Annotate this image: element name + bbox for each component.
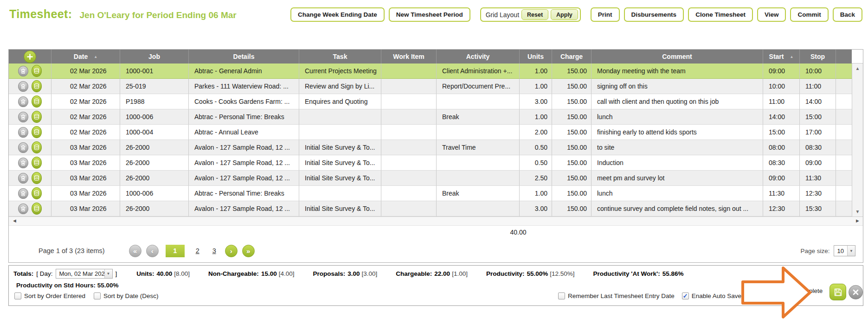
delete-row-icon[interactable] (18, 188, 28, 199)
page-title: Timesheet:Jen O'Leary for Period Ending … (9, 7, 237, 21)
column-header-activity[interactable]: Activity (437, 50, 520, 64)
next-page-button[interactable]: › (225, 245, 238, 257)
coins-icon[interactable] (32, 65, 42, 77)
column-header-task[interactable]: Task (299, 50, 381, 64)
delete-row-icon[interactable] (18, 203, 28, 214)
delete-row-icon[interactable] (18, 173, 28, 184)
cell-stop: 11:30 (800, 171, 836, 186)
column-header-charge[interactable]: Charge (552, 50, 592, 64)
delete-row-icon[interactable] (18, 158, 28, 168)
segment-label: Productivity 'At Work': (593, 270, 660, 277)
table-row[interactable]: 03 Mar 202626-2000Avalon - 127 Sample Ro… (9, 155, 852, 171)
day-select[interactable]: Mon, 02 Mar 2026 ▼ (56, 269, 113, 279)
back-button[interactable]: Back (833, 7, 862, 22)
segment-value: 55.00% (527, 270, 548, 277)
close-button[interactable] (849, 285, 863, 299)
coins-icon[interactable] (32, 80, 42, 92)
delete-row-icon[interactable] (18, 142, 28, 153)
add-entry-icon[interactable] (24, 51, 36, 63)
page-button-2[interactable]: 2 (192, 247, 204, 254)
delete-row-icon[interactable] (18, 112, 28, 122)
vscroll-track[interactable]: ▲ ▼ (852, 64, 863, 216)
coins-icon[interactable] (32, 157, 42, 169)
column-header-date[interactable]: Date▲ (51, 50, 120, 64)
checkbox-checked-icon[interactable]: ✓ (682, 292, 689, 299)
save-timesheet-button[interactable] (829, 284, 846, 300)
checkbox-icon[interactable] (558, 292, 565, 299)
page-button-1[interactable]: 1 (166, 245, 185, 257)
column-header-details[interactable]: Details (189, 50, 299, 64)
cell-filler (836, 186, 852, 201)
column-header-job[interactable]: Job (120, 50, 189, 64)
grid-body: 02 Mar 20261000-001Abtrac - General Admi… (9, 64, 852, 216)
coins-icon[interactable] (32, 172, 42, 184)
column-header-stop[interactable]: Stop (800, 50, 836, 64)
cell-details: Parkes - 111 Waterview Road: ... (189, 79, 299, 94)
cell-work-item (381, 125, 437, 140)
change-week-ending-date-button[interactable]: Change Week Ending Date (290, 7, 385, 22)
grid-layout-apply-button[interactable]: Apply (551, 9, 578, 20)
table-row[interactable]: 02 Mar 2026P1988Cooks - Cooks Gardens Fa… (9, 94, 852, 109)
view-button[interactable]: View (757, 7, 786, 22)
grid-layout-reset-button[interactable]: Reset (521, 9, 548, 20)
row-actions-cell (9, 79, 51, 94)
scroll-down-icon[interactable]: ▼ (852, 209, 863, 214)
commit-button[interactable]: Commit (790, 7, 828, 22)
horizontal-scrollbar[interactable]: ◄ ► (9, 216, 863, 226)
column-header-start[interactable]: Start▲ (763, 50, 800, 64)
coins-icon[interactable] (32, 141, 42, 153)
prev-page-button[interactable]: ‹ (146, 245, 159, 257)
trash-glyph (20, 129, 26, 135)
cell-comment: to site (592, 140, 763, 155)
std-hours-label: Productivity on Std Hours: (16, 282, 96, 289)
table-row[interactable]: 02 Mar 20261000-001Abtrac - General Admi… (9, 64, 852, 79)
page-size-select[interactable]: 10 ▼ (834, 245, 855, 256)
cell-filler (836, 94, 852, 109)
column-header-comment[interactable]: Comment (592, 50, 763, 64)
checkbox-icon[interactable] (14, 292, 21, 299)
coins-icon[interactable] (32, 111, 42, 123)
delete-row-icon[interactable] (18, 81, 28, 92)
scroll-left-icon[interactable]: ◄ (12, 218, 17, 223)
sort-by-date-option[interactable]: Sort by Date (Desc) (94, 292, 159, 299)
page-button-3[interactable]: 3 (208, 247, 220, 254)
print-button[interactable]: Print (591, 7, 620, 22)
delete-row-icon[interactable] (18, 66, 28, 76)
coins-icon[interactable] (32, 126, 42, 138)
sort-by-order-option[interactable]: Sort by Order Entered (14, 292, 85, 299)
table-row[interactable]: 02 Mar 20261000-004Abtrac - Annual Leave… (9, 125, 852, 140)
clone-timesheet-button[interactable]: Clone Timesheet (688, 7, 753, 22)
new-timesheet-period-button[interactable]: New Timesheet Period (389, 7, 470, 22)
table-row[interactable]: 03 Mar 202626-2000Avalon - 127 Sample Ro… (9, 140, 852, 155)
table-row[interactable]: 03 Mar 20261000-006Abtrac - Personal Tim… (9, 186, 852, 201)
disbursements-button[interactable]: Disbursements (624, 7, 684, 22)
coins-glyph (33, 175, 40, 182)
column-header-units[interactable]: Units (520, 50, 552, 64)
checkbox-icon[interactable] (94, 292, 101, 299)
column-label: Charge (560, 53, 583, 60)
scroll-right-icon[interactable]: ► (855, 218, 860, 223)
delete-row-icon[interactable] (18, 96, 28, 107)
table-row[interactable]: 02 Mar 202625-019Parkes - 111 Waterview … (9, 79, 852, 94)
table-row[interactable]: 03 Mar 202626-2000Avalon - 127 Sample Ro… (9, 171, 852, 186)
grid-summary-row: 40.00 (9, 226, 863, 239)
table-row[interactable]: 03 Mar 202626-2000Avalon - 127 Sample Ro… (9, 201, 852, 216)
cell-date: 03 Mar 2026 (51, 140, 120, 155)
delete-row-icon[interactable] (18, 127, 28, 138)
coins-icon[interactable] (32, 187, 42, 199)
last-page-button[interactable]: » (242, 245, 255, 257)
scroll-up-icon[interactable]: ▲ (852, 66, 863, 71)
table-row[interactable]: 02 Mar 20261000-006Abtrac - Personal Tim… (9, 109, 852, 125)
coins-icon[interactable] (32, 203, 42, 215)
coins-glyph (33, 205, 40, 212)
cell-task: Review and Sign by Li... (299, 79, 381, 94)
first-page-button[interactable]: « (129, 245, 141, 257)
enable-auto-save-option[interactable]: ✓ Enable Auto Save (682, 292, 741, 299)
vertical-scrollbar[interactable]: ▲ ▼ (852, 50, 863, 216)
column-header-work-item[interactable]: Work Item (381, 50, 437, 64)
row-actions-cell (9, 125, 51, 140)
remember-last-entry-option[interactable]: Remember Last Timesheet Entry Date (558, 292, 675, 299)
cell-charge: 150.00 (552, 186, 592, 201)
row-actions-cell (9, 140, 51, 155)
coins-icon[interactable] (32, 95, 42, 108)
